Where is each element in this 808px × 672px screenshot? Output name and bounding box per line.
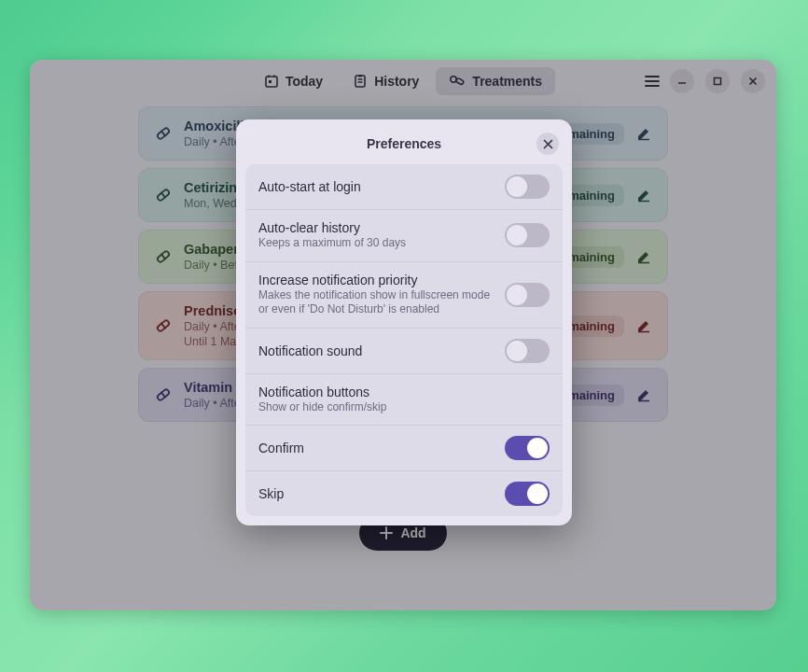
pref-autostart: Auto-start at login [245, 164, 563, 210]
autostart-toggle[interactable] [505, 175, 550, 199]
dialog-header: Preferences [245, 129, 563, 159]
close-icon[interactable] [536, 133, 559, 155]
pref-label: Notification buttons [258, 385, 550, 399]
sound-toggle[interactable] [505, 339, 550, 363]
pref-sublabel: Show or hide confirm/skip [258, 400, 550, 415]
pref-label: Confirm [258, 441, 495, 455]
preferences-list: Auto-start at login Auto-clear history K… [245, 164, 563, 516]
pref-buttons-header: Notification buttons Show or hide confir… [245, 374, 563, 427]
skip-toggle[interactable] [505, 482, 550, 506]
autoclear-toggle[interactable] [505, 223, 550, 247]
priority-toggle[interactable] [505, 283, 550, 307]
pref-label: Notification sound [258, 343, 495, 358]
preferences-dialog: Preferences Auto-start at login Auto-cle… [236, 119, 572, 525]
confirm-toggle[interactable] [505, 436, 550, 460]
pref-confirm: Confirm [245, 426, 563, 471]
pref-label: Increase notification priority [258, 273, 495, 287]
pref-priority: Increase notification priority Makes the… [245, 262, 563, 329]
pref-sublabel: Keeps a maximum of 30 days [258, 236, 495, 251]
pref-autoclear: Auto-clear history Keeps a maximum of 30… [245, 210, 563, 262]
pref-label: Auto-clear history [258, 220, 495, 235]
pref-sound: Notification sound [245, 329, 563, 374]
pref-skip: Skip [245, 471, 563, 516]
dialog-title: Preferences [367, 136, 441, 151]
pref-label: Skip [258, 486, 495, 501]
pref-sublabel: Makes the notification show in fullscree… [258, 288, 495, 317]
pref-label: Auto-start at login [258, 179, 495, 194]
